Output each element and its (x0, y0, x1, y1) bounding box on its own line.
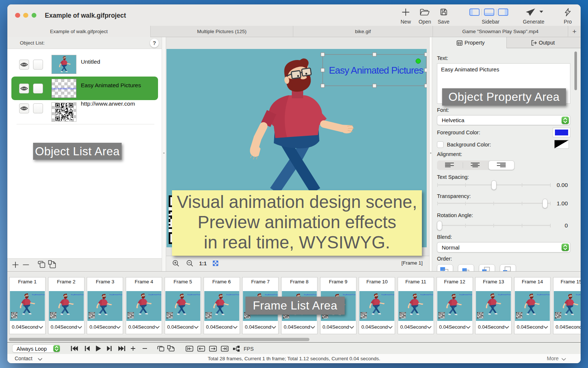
svg-text:Easy Animated Pictures: Easy Animated Pictures (343, 294, 356, 296)
svg-text:Easy Animated Pictures: Easy Animated Pictures (420, 294, 433, 296)
svg-text:Easy Animated Pictures: Easy Animated Pictures (265, 294, 278, 296)
svg-text:Easy Animated Pictures: Easy Animated Pictures (148, 294, 161, 296)
svg-text:Easy Animated Pictures: Easy Animated Pictures (226, 294, 239, 296)
svg-text:Easy Animated Pictures: Easy Animated Pictures (52, 87, 76, 90)
svg-text:Easy Animated Pictures: Easy Animated Pictures (381, 294, 394, 296)
svg-text:Easy Animated Pictures: Easy Animated Pictures (459, 294, 472, 296)
svg-text:Easy Animated Pictures: Easy Animated Pictures (498, 294, 511, 296)
svg-text:Easy Animated Pictures: Easy Animated Pictures (576, 294, 581, 296)
svg-text:Easy Animated Pictures: Easy Animated Pictures (304, 294, 317, 296)
svg-text:Easy Animated Pictures: Easy Animated Pictures (110, 294, 122, 296)
svg-text:Easy Animated Pictures: Easy Animated Pictures (71, 294, 84, 296)
svg-text:Easy Animated Pictures: Easy Animated Pictures (32, 294, 45, 296)
svg-text:Easy Animated Pictures: Easy Animated Pictures (187, 294, 200, 296)
svg-text:Easy Animated Pictures: Easy Animated Pictures (537, 294, 550, 296)
